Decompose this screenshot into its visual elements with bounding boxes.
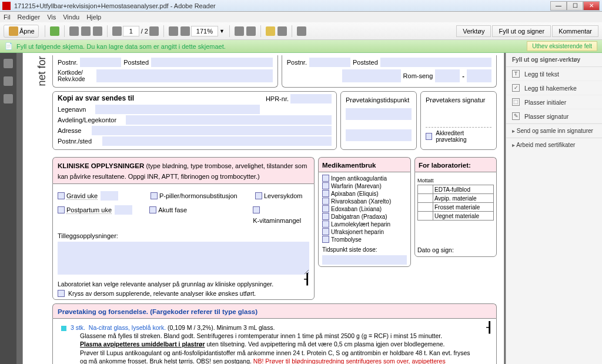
med-checkbox[interactable] — [322, 182, 329, 189]
menu-rediger[interactable]: Rediger — [18, 14, 41, 21]
akkreditert-checkbox[interactable] — [426, 133, 432, 140]
menu-hjelp[interactable]: Hjelp — [86, 14, 101, 21]
kvit-checkbox[interactable] — [253, 206, 260, 213]
kommentar-button[interactable]: Kommentar — [552, 25, 598, 37]
comment-icon[interactable] — [266, 26, 275, 36]
verktoy-button[interactable]: Verktøy — [456, 25, 491, 37]
legenavn-input[interactable] — [95, 105, 260, 114]
kryss-checkbox[interactable] — [58, 290, 65, 297]
med-checkbox[interactable] — [322, 205, 329, 212]
pdf-page: net for hemostaseanalyser, Rikshospitale… — [22, 53, 504, 364]
tool-icon-3[interactable] — [277, 26, 287, 36]
poststed-input-2[interactable] — [380, 58, 491, 67]
print-icon[interactable] — [81, 26, 91, 36]
menu-fil[interactable]: Fil — [4, 14, 11, 21]
maximize-button[interactable]: ☐ — [567, 1, 583, 11]
page-up-icon[interactable] — [112, 26, 122, 36]
postpartum-input[interactable] — [115, 205, 132, 215]
menu-vis[interactable]: Vis — [47, 14, 56, 21]
rom-input[interactable] — [435, 69, 460, 82]
kliniske-header: KLINISKE OPPLYSNINGER — [58, 162, 146, 169]
extra-input[interactable] — [342, 69, 401, 82]
sidebar-expander-1[interactable]: Send og samle inn signaturer — [506, 123, 602, 138]
dato-sign-label: Dato og sign: — [417, 246, 454, 253]
kortkode-input[interactable] — [96, 69, 273, 82]
med-checkbox[interactable] — [322, 213, 329, 220]
zoom-in-icon[interactable] — [180, 26, 190, 36]
gravid-checkbox[interactable] — [58, 192, 65, 199]
avdeling-input[interactable] — [126, 115, 332, 125]
lab-info-text: Laboratoriet kan velge relevante analyse… — [58, 280, 273, 288]
med-checkbox[interactable] — [322, 228, 329, 235]
info-icon: 📄 — [5, 42, 13, 50]
lab-row: Avpip. materiale — [418, 194, 494, 203]
email-icon[interactable] — [93, 26, 102, 36]
med-checkbox[interactable] — [322, 236, 329, 243]
med-item: Dabigatran (Pradaxa) — [322, 213, 407, 220]
tillegg-textarea[interactable] — [58, 242, 309, 275]
laboratoriet-section: For laboratoriet: Mottatt EDTA-fullblodA… — [414, 157, 497, 300]
minimize-button[interactable]: — — [550, 1, 567, 11]
sidebar-tool-item[interactable]: ✓Legg til hakemerke — [506, 81, 602, 95]
close-button[interactable]: ✕ — [583, 1, 600, 11]
tool-icon-1[interactable] — [235, 26, 244, 36]
attachments-icon[interactable] — [4, 76, 13, 86]
postnr-input[interactable] — [80, 58, 121, 67]
gravid-input[interactable] — [101, 191, 118, 201]
fyll-ut-signer-button[interactable]: Fyll ut og signer — [492, 25, 551, 37]
med-checkbox[interactable] — [322, 198, 329, 205]
med-item: Warfarin (Marevan) — [322, 182, 407, 189]
sidebar-tool-item[interactable]: ✎Plasser signatur — [506, 109, 602, 123]
signatur-section: Prøvetakers signatur Akkreditert prøveta… — [420, 91, 497, 150]
document-viewport[interactable]: net for hemostaseanalyser, Rikshospitale… — [16, 53, 506, 364]
form-infobar: 📄 Fyll ut følgende skjema. Du kan lagre … — [0, 40, 602, 53]
med-checkbox[interactable] — [322, 221, 329, 228]
page-down-icon[interactable] — [149, 26, 159, 36]
hpr-input[interactable] — [290, 94, 332, 103]
menu-vindu[interactable]: Vindu — [63, 14, 79, 21]
med-checkbox[interactable] — [322, 175, 329, 182]
lever-checkbox[interactable] — [255, 192, 262, 199]
sidebar-expander-2[interactable]: Arbeid med sertifikater — [506, 138, 602, 152]
tool-icon-4[interactable] — [297, 26, 306, 36]
provetid-section: Prøvetakingstidspunkt — [340, 91, 417, 150]
main-toolbar: Åpne / 2 ▼ Verktøy Fyll ut og signer Kom… — [0, 22, 602, 40]
open-button[interactable]: Åpne — [4, 25, 39, 38]
thumbnails-icon[interactable] — [4, 59, 13, 68]
romseng-label: Rom-seng — [403, 72, 433, 79]
postnrsted-input[interactable] — [102, 136, 332, 146]
sidebar-tool-item[interactable]: ⬚Plasser initialer — [506, 95, 602, 109]
akutt-checkbox[interactable] — [149, 206, 156, 213]
highlight-fields-button[interactable]: Uthev eksisterende felt — [527, 41, 597, 51]
postpartum-checkbox[interactable] — [58, 206, 65, 213]
page-number-input[interactable] — [123, 26, 139, 36]
lab-row: EDTA-fullblod — [418, 185, 494, 194]
window-titlebar: 171215+Utfyllbar+rekvisisjon+Hemostasean… — [0, 0, 602, 12]
dato-input-1[interactable] — [346, 108, 412, 120]
save-icon[interactable] — [69, 26, 79, 36]
ppiller-checkbox[interactable] — [150, 192, 158, 199]
adresse-input[interactable] — [92, 126, 332, 135]
zoom-dropdown-icon[interactable]: ▼ — [219, 28, 225, 34]
tool-icon-2[interactable] — [246, 26, 256, 36]
kliniske-section: KLINISKE OPPLYSNINGER (type blødning, ty… — [52, 157, 315, 300]
poststed-input[interactable] — [151, 58, 273, 67]
dato-input-2[interactable] — [346, 129, 412, 141]
tidspunkt-label: Tidspunkt siste dose: — [322, 246, 377, 253]
sender-box: Postnr. Poststed Kortkode/ Rekv.kode — [52, 55, 278, 88]
menu-bar: Fil Rediger Vis Vindu Hjelp — [0, 12, 602, 22]
med-checkbox[interactable] — [322, 190, 329, 197]
signatures-icon[interactable] — [4, 94, 13, 103]
sidebar-tool-item[interactable]: TLegg til tekst — [506, 67, 602, 81]
seng-input[interactable] — [467, 69, 491, 82]
postnr-input-2[interactable] — [309, 58, 350, 67]
kopi-header: Kopi av svar sendes til — [58, 94, 134, 103]
tidspunkt-input[interactable] — [322, 255, 407, 265]
kopi-section: Kopi av svar sendes til HPR-nr. Legenavn… — [52, 91, 337, 150]
sidebar-tool-icon: ⬚ — [512, 98, 520, 106]
zoom-input[interactable] — [191, 26, 218, 36]
left-nav-rail — [0, 53, 16, 364]
postnrsted-label: Postnr./sted — [58, 138, 100, 145]
zoom-out-icon[interactable] — [169, 26, 178, 36]
create-pdf-icon[interactable] — [50, 26, 59, 36]
